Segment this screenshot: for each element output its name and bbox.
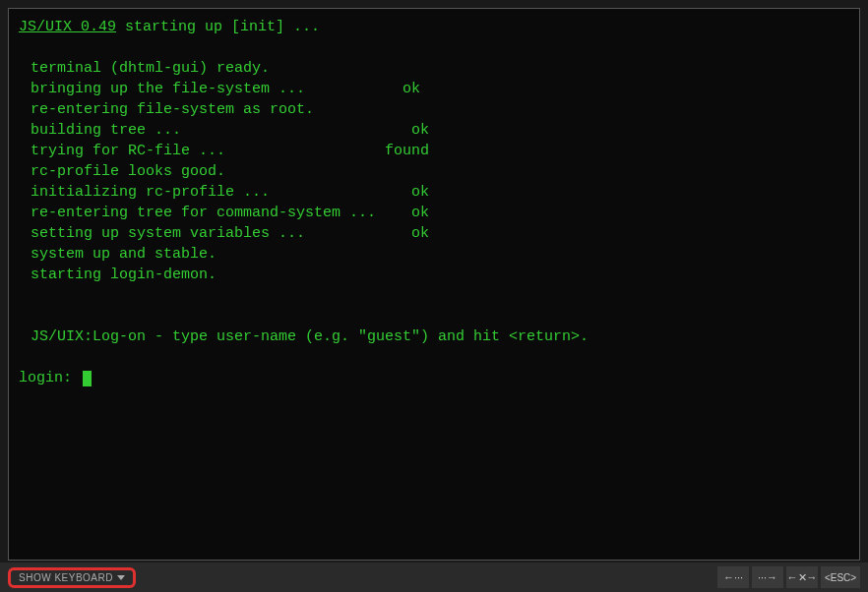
boot-messages: terminal (dhtml-gui) ready. bringing up … [19,58,849,285]
break-button[interactable]: ←✕→ [786,566,818,588]
boot-line: system up and stable. [19,244,849,265]
boot-line: building tree ... ok [19,120,849,141]
boot-line: terminal (dhtml-gui) ready. [19,58,849,79]
boot-line: re-entering file-system as root. [19,99,849,120]
login-prompt[interactable]: login: [19,368,849,388]
boot-line: rc-profile looks good. [19,161,849,182]
boot-line: starting login-demon. [19,265,849,285]
show-keyboard-button[interactable]: SHOW KEYBOARD [8,567,136,588]
login-label: login: [19,370,81,386]
cursor-icon [83,371,92,386]
boot-line: bringing up the file-system ... ok [19,79,849,99]
show-keyboard-label: SHOW KEYBOARD [19,572,113,583]
boot-line: initializing rc-profile ... ok [19,182,849,203]
terminal-title-line: JS/UIX 0.49 starting up [init] ... [19,17,849,37]
logon-message: JS/UIX:Log-on - type user-name (e.g. "gu… [19,326,849,347]
chevron-down-icon [117,575,125,580]
boot-line: trying for RC-file ... found [19,141,849,161]
escape-button[interactable]: <ESC> [821,566,860,588]
history-forward-button[interactable]: ···→ [752,566,783,588]
nav-button-group: ←··· ···→ ←✕→ <ESC> [717,566,860,588]
app-title: JS/UIX 0.49 [19,19,116,35]
title-rest: starting up [init] ... [116,19,320,35]
history-back-button[interactable]: ←··· [717,566,749,588]
boot-line: re-entering tree for command-system ... … [19,203,849,223]
terminal-window[interactable]: JS/UIX 0.49 starting up [init] ... termi… [8,8,860,561]
bottom-toolbar: SHOW KEYBOARD ←··· ···→ ←✕→ <ESC> [0,562,868,592]
boot-line: setting up system variables ... ok [19,223,849,244]
